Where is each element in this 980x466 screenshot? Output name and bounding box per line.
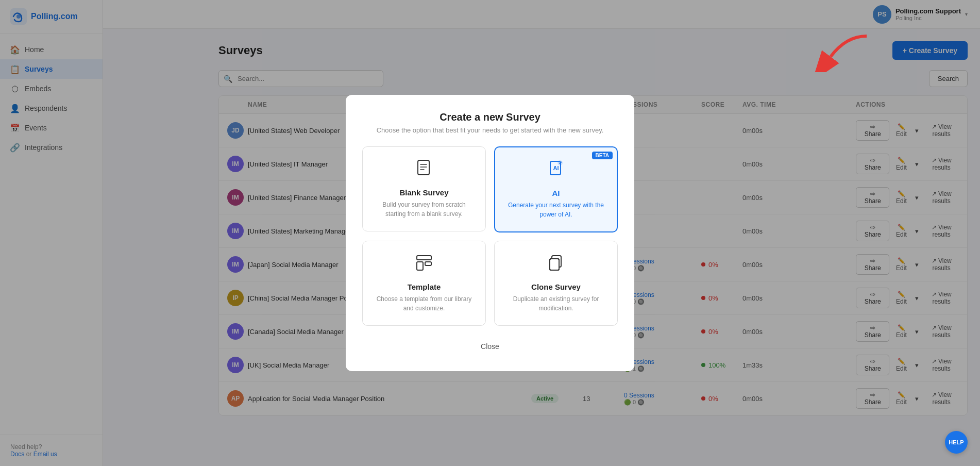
svg-rect-11	[550, 259, 559, 270]
blank-survey-title: Blank Survey	[399, 188, 448, 197]
ai-desc: Generate your next survey with the power…	[505, 201, 606, 219]
template-option[interactable]: Template Choose a template from our libr…	[362, 241, 486, 326]
svg-text:AI: AI	[553, 165, 559, 171]
help-button[interactable]: HELP	[945, 431, 968, 454]
clone-icon	[547, 254, 565, 276]
template-desc: Choose a template from our library and c…	[373, 294, 475, 313]
ai-icon: AI	[547, 160, 565, 182]
modal-options: Blank Survey Build your survey from scra…	[362, 146, 618, 326]
template-option-wrap: Template Choose a template from our libr…	[362, 241, 486, 326]
svg-rect-7	[417, 256, 431, 260]
modal-overlay[interactable]: Create a new Survey Choose the option th…	[0, 0, 980, 466]
red-arrow-decoration	[815, 31, 877, 74]
modal-close-row: Close	[362, 338, 618, 355]
ai-title: AI	[552, 189, 560, 197]
ai-option-wrap: BETA AI AI Generate your next survey wit…	[494, 146, 618, 232]
blank-survey-option-wrap: Blank Survey Build your survey from scra…	[362, 146, 486, 232]
beta-badge: BETA	[592, 152, 613, 159]
clone-option-wrap: Clone Survey Duplicate an existing surve…	[494, 241, 618, 326]
modal-title: Create a new Survey	[362, 111, 618, 123]
clone-option[interactable]: Clone Survey Duplicate an existing surve…	[494, 241, 618, 326]
svg-rect-9	[425, 262, 431, 265]
clone-desc: Duplicate an existing survey for modific…	[505, 294, 607, 313]
svg-point-6	[557, 160, 563, 165]
clone-title: Clone Survey	[531, 282, 581, 291]
template-title: Template	[408, 282, 441, 291]
ai-option[interactable]: BETA AI AI Generate your next survey wit…	[494, 146, 618, 232]
modal-close-button[interactable]: Close	[470, 338, 510, 355]
svg-rect-3	[418, 160, 429, 175]
modal-subtitle: Choose the option that best fit your nee…	[362, 126, 618, 134]
blank-survey-icon	[415, 159, 433, 182]
blank-survey-option[interactable]: Blank Survey Build your survey from scra…	[362, 146, 486, 231]
blank-survey-desc: Build your survey from scratch starting …	[373, 200, 475, 219]
modal: Create a new Survey Choose the option th…	[346, 95, 634, 371]
template-icon	[415, 254, 433, 276]
svg-rect-8	[417, 262, 423, 270]
